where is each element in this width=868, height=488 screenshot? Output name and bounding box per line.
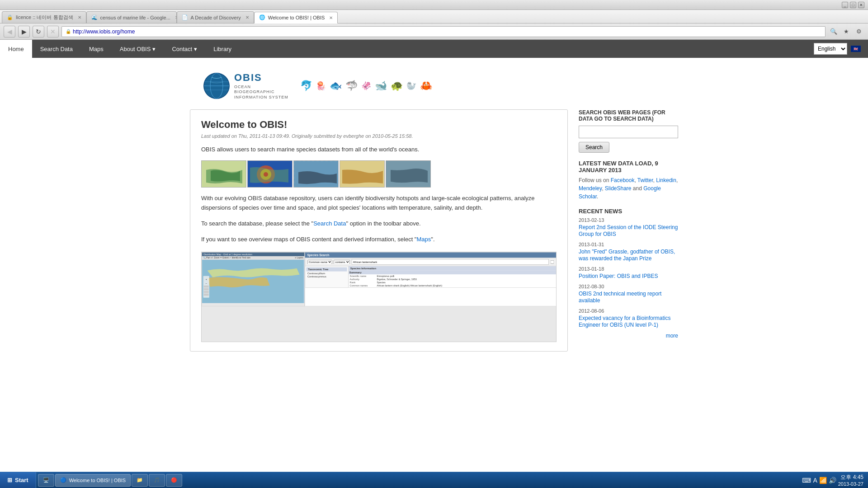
- nav-contact[interactable]: Contact ▾: [164, 40, 205, 58]
- lock-icon: 🔒: [66, 29, 71, 34]
- crab-icon: 🦀: [420, 80, 432, 92]
- latest-data-section: LATEST NEW DATA LOAD, 9 JANUARY 2013 Fol…: [579, 160, 678, 201]
- dropdown-arrow-contact: ▾: [194, 46, 197, 52]
- address-bar[interactable]: 🔒 http://www.iobis.org/home: [61, 26, 826, 37]
- contains-select[interactable]: contains: [334, 260, 350, 264]
- tab-bar: 🔒 licence :: 네이버 통합검색 ✕ 🌊 census of mari…: [0, 10, 868, 23]
- browser-tab-1[interactable]: 🔒 licence :: 네이버 통합검색 ✕: [2, 11, 86, 23]
- map-thumb-1[interactable]: [201, 160, 246, 188]
- news-title-3[interactable]: OBIS 2nd technical meeting report availa…: [579, 291, 661, 304]
- title-bar: _ □ ✕: [0, 0, 868, 10]
- marine-icons: 🐬 🪼 🐟 🦈 🦑 🐋 🐢 🦭 🦀: [300, 80, 432, 92]
- browser-tab-2[interactable]: 🌊 census of marine life - Google... ✕: [86, 11, 177, 23]
- squid-icon: 🦑: [361, 81, 371, 91]
- search-obis-button[interactable]: Search: [579, 142, 609, 153]
- svg-text:−: −: [205, 282, 207, 284]
- species-info-pane: Species Information Summary Scientific n…: [349, 266, 557, 287]
- svg-rect-19: [204, 288, 209, 290]
- language-select[interactable]: English French Spanish: [814, 43, 847, 55]
- tab-favicon-1: 🔒: [7, 14, 13, 21]
- news-title-4[interactable]: Expected vacancy for a Bioinformatics En…: [579, 315, 670, 328]
- two-col-layout: Welcome to OBIS! Last updated on Thu, 20…: [190, 109, 678, 352]
- rank-label: Rank: [349, 281, 376, 284]
- bookmark-icon[interactable]: ★: [841, 26, 852, 37]
- map-thumb-4[interactable]: [340, 160, 385, 188]
- svg-rect-21: [204, 293, 209, 296]
- turtle-icon: 🐢: [391, 80, 403, 92]
- linkedin-link[interactable]: Linkedin: [656, 177, 676, 183]
- svg-rect-20: [204, 291, 209, 293]
- mendeley-link[interactable]: Mendeley: [579, 185, 602, 192]
- map-thumb-5[interactable]: [386, 160, 431, 188]
- address-bar-row: ◀ ▶ ↻ ✕ 🔒 http://www.iobis.org/home 🔍 ★ …: [0, 23, 868, 40]
- tab-close-3[interactable]: ✕: [245, 15, 249, 20]
- search-obis-box: SEARCH OBIS WEB PAGES (FOR DATA GO TO SE…: [579, 109, 678, 153]
- tab-favicon-2: 🌊: [91, 14, 98, 21]
- logo-area: OBIS OCEAN BIOGEOGRAPHIC INFORMATION SYS…: [203, 67, 678, 109]
- screenshot-inner: Distribution Map - Grid at 1 degree reso…: [202, 252, 557, 306]
- browser-tab-4[interactable]: 🌐 Welcome to OBIS! | OBIS ✕: [254, 12, 338, 23]
- news-title-0[interactable]: Report 2nd Session of the IODE Steering …: [579, 224, 678, 237]
- tree-item-1[interactable]: Centroscyllium: [307, 271, 347, 275]
- authority-value: Bigelow, Schroeder & Springer, 1953: [376, 277, 556, 281]
- logo-circle: [203, 73, 230, 99]
- maps-link[interactable]: Maps: [416, 236, 431, 243]
- url-text: http://www.iobis.org/home: [73, 28, 135, 35]
- twitter-link[interactable]: Twitter: [637, 177, 653, 183]
- stop-button[interactable]: ✕: [47, 26, 59, 38]
- search-obis-input[interactable]: [579, 126, 678, 138]
- welcome-box: Welcome to OBIS! Last updated on Thu, 20…: [190, 109, 568, 352]
- nav-search-data[interactable]: Search Data: [32, 40, 81, 58]
- species-search-title: Species Search: [305, 252, 557, 258]
- tree-item-2[interactable]: Centroscymnus: [307, 275, 347, 278]
- search-data-link[interactable]: Search Data: [313, 220, 346, 227]
- news-item-2: 2013-01-18 Position Paper: OBIS and IPBE…: [579, 266, 678, 279]
- shark-icon: 🦈: [345, 80, 358, 92]
- tab-close-2[interactable]: ✕: [175, 15, 177, 20]
- jellyfish-icon: 🪼: [316, 81, 326, 91]
- species-checkbox[interactable]: [551, 260, 554, 263]
- nav-home[interactable]: Home: [0, 40, 32, 58]
- screenshot-box: Distribution Map - Grid at 1 degree reso…: [201, 252, 557, 342]
- news-title-2[interactable]: Position Paper: OBIS and IPBES: [579, 273, 658, 279]
- back-button[interactable]: ◀: [4, 26, 15, 38]
- news-title-1[interactable]: John "Fred" Grassle, godfather of OBIS, …: [579, 249, 675, 262]
- sidebar-column: SEARCH OBIS WEB PAGES (FOR DATA GO TO SE…: [579, 109, 678, 352]
- more-link[interactable]: more: [579, 333, 678, 339]
- species-search-input[interactable]: [352, 259, 549, 264]
- minimize-button[interactable]: _: [842, 2, 848, 8]
- common-name-select[interactable]: Common name: [307, 260, 332, 264]
- tab-close-1[interactable]: ✕: [78, 15, 81, 20]
- svg-text:+: +: [205, 277, 207, 280]
- search-icon[interactable]: 🔍: [828, 26, 839, 37]
- rank-value: Species: [376, 281, 556, 284]
- slideshare-link[interactable]: SlideShare: [605, 185, 632, 192]
- nav-library[interactable]: Library: [205, 40, 240, 58]
- refresh-button[interactable]: ↻: [33, 26, 44, 38]
- nav-maps[interactable]: Maps: [81, 40, 112, 58]
- news-date-1: 2013-01-31: [579, 242, 678, 247]
- content-wrapper: OBIS OCEAN BIOGEOGRAPHIC INFORMATION SYS…: [185, 58, 683, 361]
- maximize-button[interactable]: □: [850, 2, 856, 8]
- close-button[interactable]: ✕: [858, 2, 864, 8]
- welcome-para4: If you want to see overview maps of OBIS…: [201, 235, 557, 244]
- facebook-link[interactable]: Facebook: [611, 177, 635, 183]
- nav-about-obis[interactable]: About OBIS ▾: [112, 40, 164, 58]
- search-obis-title: SEARCH OBIS WEB PAGES (FOR DATA GO TO SE…: [579, 109, 678, 122]
- common-names-label: Common names: [349, 284, 376, 287]
- fish-icon: 🐟: [330, 80, 342, 92]
- map-thumb-3[interactable]: [293, 160, 339, 188]
- news-date-0: 2013-02-13: [579, 217, 678, 223]
- whale-icon: 🐋: [375, 80, 387, 92]
- tab-close-4[interactable]: ✕: [329, 15, 333, 20]
- flag-icon: 🇬🇧: [851, 46, 861, 52]
- main-nav: Home Search Data Maps About OBIS ▾ Conta…: [0, 40, 868, 58]
- browser-tab-3[interactable]: 📄 A Decade of Discovery ✕: [177, 11, 254, 23]
- sci-name-value: Etmopterus polli: [376, 274, 556, 277]
- settings-icon[interactable]: ⚙: [854, 26, 864, 37]
- map-thumb-2[interactable]: [247, 160, 292, 188]
- news-date-2: 2013-01-18: [579, 266, 678, 272]
- forward-button[interactable]: ▶: [18, 26, 30, 38]
- map-thumbnails: [201, 160, 557, 188]
- species-two-pane: Taxonomic Tree Centroscyllium Centroscym…: [305, 266, 557, 287]
